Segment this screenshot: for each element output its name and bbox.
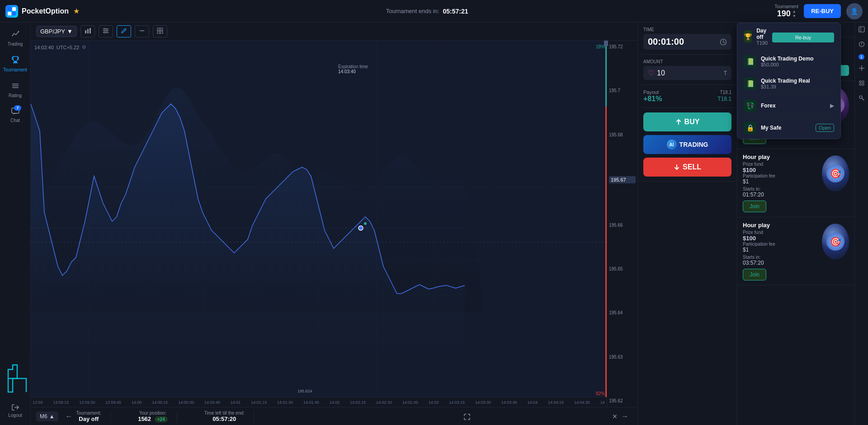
dropdown-dayoff[interactable]: 🏆 Day off T190 Re-buy xyxy=(737,23,840,51)
tournament-icon xyxy=(11,56,19,66)
tourn2-image: 🎯 xyxy=(822,155,849,191)
price-195-68: 195.68 xyxy=(609,132,636,137)
up-down-icon[interactable]: ▲▼ xyxy=(793,9,796,18)
right-badge: 1 xyxy=(859,54,864,60)
clock-icon[interactable] xyxy=(720,38,727,46)
tournament-label: Tournament xyxy=(774,4,798,9)
tournament-number-area: 190 ▲▼ xyxy=(777,9,796,19)
dropdown-real-name: Quick Trading Real xyxy=(761,78,834,84)
status-close-btn[interactable]: ✕ xyxy=(612,413,618,420)
sell-button[interactable]: SELL xyxy=(643,158,731,177)
pair-selector[interactable]: GBP/JPY ▼ xyxy=(36,26,77,37)
sidebar-item-tournament[interactable]: Tournament xyxy=(2,52,29,76)
svg-rect-48 xyxy=(859,84,861,85)
timeleft-label: Time left till the end: xyxy=(204,411,245,416)
rebuy-button[interactable]: RE-BUY xyxy=(804,4,841,18)
chat-badge: 7 xyxy=(14,105,21,111)
svg-point-13 xyxy=(104,28,105,30)
tourn3-join-btn[interactable]: Join xyxy=(743,269,766,280)
bar-chart-btn[interactable] xyxy=(80,25,95,37)
buy-button[interactable]: BUY xyxy=(643,112,731,131)
dropdown-demo-text: Quick Trading Demo $50,000 xyxy=(761,56,834,67)
pen-btn[interactable] xyxy=(117,25,131,37)
dropdown-forex[interactable]: 💱 Forex ▶ xyxy=(737,95,840,117)
account-dropdown: 🏆 Day off T190 Re-buy 📗 Quick Trading De… xyxy=(737,23,841,139)
dropdown-open-btn[interactable]: Open xyxy=(816,124,834,132)
settings-btn[interactable] xyxy=(99,25,113,37)
position-label: Your position: xyxy=(139,411,166,416)
right-extras: 1 xyxy=(854,23,868,425)
svg-rect-9 xyxy=(90,28,91,33)
dropdown-demo-icon: 📗 xyxy=(744,55,756,68)
chart-timestamp: 14:02:40 xyxy=(34,45,54,50)
price-current-label: 195.67 xyxy=(609,176,636,183)
sidebar-item-logout[interactable]: Logout xyxy=(2,400,29,421)
svg-rect-39 xyxy=(859,27,864,32)
top-bar-right: Tournament 190 ▲▼ RE-BUY 👤 xyxy=(774,3,863,19)
trading-icon xyxy=(11,30,19,40)
fullscreen-btn[interactable] xyxy=(464,414,470,421)
dropdown-real-text: Quick Trading Real $31.39 xyxy=(761,78,834,89)
ai-trading-button[interactable]: AI TRADING xyxy=(643,135,731,154)
svg-point-15 xyxy=(104,32,105,33)
dropdown-demo-name: Quick Trading Demo xyxy=(761,56,834,62)
tourn3-starts-val: 03:57:20 xyxy=(743,260,818,266)
sidebar-item-rating[interactable]: Rating xyxy=(2,78,29,102)
price-chart-svg xyxy=(31,41,607,407)
svg-point-14 xyxy=(106,30,107,32)
chart-toolbar: GBP/JPY ▼ xyxy=(31,23,637,41)
tourn2-info: Hour play Prize fund $100 Participation … xyxy=(743,154,818,212)
star-icon[interactable]: ★ xyxy=(73,7,80,15)
tournament-number-value: 190 xyxy=(777,9,791,19)
price-195-63: 195.63 xyxy=(609,355,636,360)
tourn3-part-val: $1 xyxy=(743,247,818,253)
tourn2-prize-label: Prize fund xyxy=(743,162,818,167)
price-195-72: 195.72 xyxy=(609,44,636,49)
dropdown-mysafe[interactable]: 🔒 My Safe Open xyxy=(737,117,840,139)
time-section: Time 00:01:00 xyxy=(638,23,737,55)
buy-arrow-icon xyxy=(675,119,682,125)
payout-row: Payout T18.1 xyxy=(643,89,731,95)
right-extra-icon-5[interactable] xyxy=(857,93,867,104)
right-extra-icon-2[interactable] xyxy=(857,39,867,51)
right-extra-icon-4[interactable] xyxy=(857,78,867,89)
dropdown-demo[interactable]: 📗 Quick Trading Demo $50,000 xyxy=(737,51,840,73)
grid-btn[interactable] xyxy=(153,25,167,37)
tournament-badge: Tournament 190 ▲▼ xyxy=(774,4,798,19)
sidebar-bottom: Logout xyxy=(2,400,29,421)
tourn2-starts-val: 01:57:20 xyxy=(743,191,818,198)
time-axis: 13:59 13:59:15 13:59:30 13:59:45 14:00 1… xyxy=(31,397,607,407)
position-value: 1562 +24 xyxy=(138,416,168,422)
amount-value: 10 xyxy=(657,69,665,77)
svg-line-51 xyxy=(862,98,864,100)
time-section-label: Time xyxy=(643,27,731,32)
tourn2-split: Hour play Prize fund $100 Participation … xyxy=(743,154,849,212)
dropdown-forex-arrow: ▶ xyxy=(830,103,834,109)
pair-dropdown-icon: ▼ xyxy=(67,28,73,35)
tourn2-prize-val: $100 xyxy=(743,167,818,173)
sidebar-item-chat[interactable]: 7 Chat xyxy=(2,103,29,126)
right-scroll-btn[interactable]: → xyxy=(618,412,632,420)
svg-point-37 xyxy=(364,222,367,225)
dropdown-dayoff-text: Day off T190 xyxy=(756,28,768,46)
tourn2-join-btn[interactable]: Join xyxy=(743,201,766,212)
logo-icon xyxy=(5,5,18,18)
left-scroll-btn[interactable]: ← xyxy=(62,412,76,420)
dropdown-real[interactable]: 📗 Quick Trading Real $31.39 xyxy=(737,73,840,95)
tournament-ends-label: Tournament ends in: xyxy=(386,8,439,14)
svg-rect-19 xyxy=(157,31,160,33)
status-groups: Tournament: Day off Your position: 1562 … xyxy=(76,411,618,422)
amount-inner: ♡ 10 xyxy=(648,69,665,77)
right-extra-icon-1[interactable] xyxy=(857,24,867,36)
sidebar-item-trading[interactable]: Trading xyxy=(2,26,29,50)
chart-settings-icon[interactable]: ⚙ xyxy=(82,44,86,50)
timeframe-selector[interactable]: M6 ▲ xyxy=(36,411,58,421)
svg-rect-8 xyxy=(87,29,89,33)
right-extra-icon-3[interactable] xyxy=(857,63,867,75)
timeleft-status-group: Time left till the end: 05:57:20 xyxy=(195,411,254,422)
dropdown-rebuy-btn[interactable]: Re-buy xyxy=(772,33,834,42)
position-badge: +24 xyxy=(155,416,168,422)
trading-panel: Time 00:01:00 Amount ♡ 10 T xyxy=(637,23,737,425)
avatar[interactable]: 👤 xyxy=(846,3,863,19)
minus-btn[interactable] xyxy=(135,25,149,37)
